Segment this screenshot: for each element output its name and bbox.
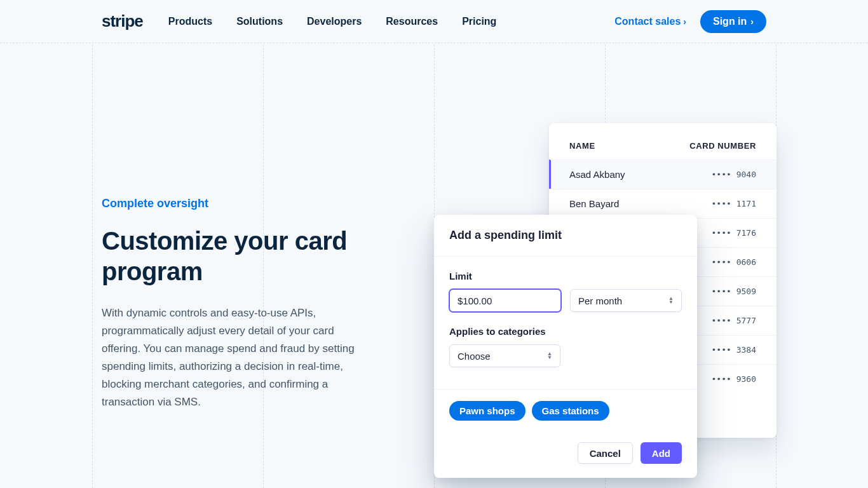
card-number: •••• 0606 <box>712 257 756 267</box>
nav: Products Solutions Developers Resources … <box>168 16 497 27</box>
categories-label: Applies to categories <box>449 326 682 337</box>
header: stripe Products Solutions Developers Res… <box>0 0 868 43</box>
sign-in-button[interactable]: Sign in › <box>700 10 766 33</box>
hero-content: Complete oversight Customize your card p… <box>102 197 375 411</box>
nav-pricing[interactable]: Pricing <box>462 16 496 27</box>
chip-pawn-shops[interactable]: Pawn shops <box>449 401 526 421</box>
stripe-logo[interactable]: stripe <box>102 11 143 31</box>
select-icon: ▲▼ <box>547 352 552 360</box>
card-number: •••• 1171 <box>712 199 756 208</box>
column-name: NAME <box>569 141 689 151</box>
period-value: Per month <box>578 295 622 306</box>
card-number: •••• 9040 <box>712 170 756 179</box>
nav-solutions[interactable]: Solutions <box>236 16 283 27</box>
table-row[interactable]: Asad Akbany •••• 9040 <box>549 159 776 189</box>
categories-value: Choose <box>458 351 491 362</box>
add-button[interactable]: Add <box>641 442 682 464</box>
limit-input[interactable]: $100.00 <box>449 289 561 312</box>
nav-products[interactable]: Products <box>168 16 212 27</box>
limit-label: Limit <box>449 271 682 281</box>
nav-resources[interactable]: Resources <box>386 16 438 27</box>
page-title: Customize your card program <box>102 226 375 287</box>
contact-sales-label: Contact sales <box>614 16 681 27</box>
eyebrow: Complete oversight <box>102 197 375 210</box>
limit-value: $100.00 <box>458 295 492 306</box>
category-chips: Pawn shops Gas stations <box>434 389 697 432</box>
select-icon: ▲▼ <box>668 297 674 304</box>
body-text: With dynamic controls and easy-to-use AP… <box>102 304 375 411</box>
sign-in-label: Sign in <box>713 16 747 27</box>
card-number: •••• 5777 <box>712 316 756 325</box>
chip-gas-stations[interactable]: Gas stations <box>532 401 609 421</box>
cancel-button[interactable]: Cancel <box>578 442 633 464</box>
card-holder-name: Asad Akbany <box>569 169 712 180</box>
table-row[interactable]: Ben Bayard •••• 1171 <box>549 189 776 218</box>
categories-select[interactable]: Choose ▲▼ <box>449 344 560 367</box>
card-list-header: NAME CARD NUMBER <box>549 141 776 159</box>
period-select[interactable]: Per month ▲▼ <box>570 289 682 312</box>
nav-developers[interactable]: Developers <box>307 16 362 27</box>
card-number: •••• 3384 <box>712 345 756 355</box>
chevron-right-icon: › <box>683 17 686 27</box>
card-number: •••• 7176 <box>712 228 756 238</box>
chevron-right-icon: › <box>750 17 754 27</box>
card-number: •••• 9509 <box>712 287 756 296</box>
contact-sales-link[interactable]: Contact sales › <box>614 16 686 27</box>
modal-title: Add a spending limit <box>434 215 697 257</box>
card-holder-name: Ben Bayard <box>569 198 712 209</box>
spending-limit-modal: Add a spending limit Limit $100.00 Per m… <box>434 215 697 478</box>
column-number: CARD NUMBER <box>689 141 756 151</box>
card-number: •••• 9360 <box>712 374 756 384</box>
